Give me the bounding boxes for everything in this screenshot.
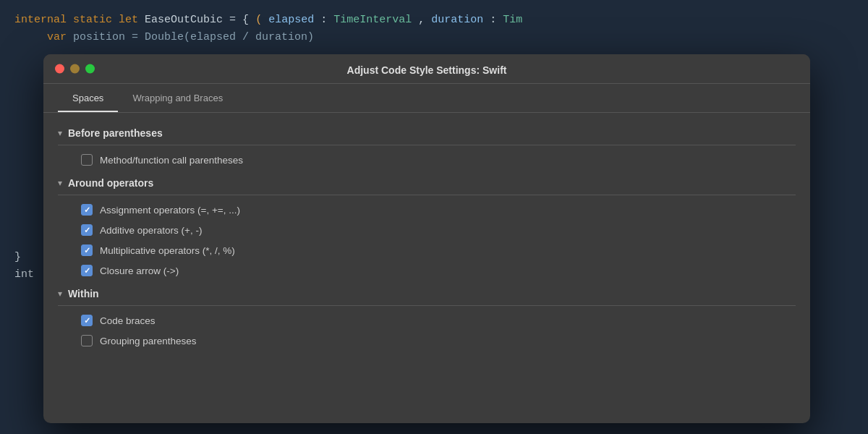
chevron-down-icon: ▾ [58,128,62,138]
section-within-header[interactable]: ▾ Within [43,281,810,304]
method-function-call-row: Method/function call parentheses [43,150,810,170]
chevron-down-icon-2: ▾ [58,178,62,188]
title-bar: Adjust Code Style Settings: Swift [43,54,810,84]
modal-dialog: Adjust Code Style Settings: Swift Spaces… [43,54,810,423]
method-function-call-label: Method/function call parentheses [100,155,243,166]
section-around-operators-header[interactable]: ▾ Around operators [43,170,810,193]
additive-operators-row: Additive operators (+, -) [43,220,810,240]
divider-2 [58,195,796,195]
grouping-parentheses-row: Grouping parentheses [43,331,810,351]
assignment-operators-checkbox[interactable] [81,204,93,216]
code-punctuation: EaseOutCubic = { [145,14,255,26]
multiplicative-operators-checkbox[interactable] [81,244,93,256]
tab-spaces[interactable]: Spaces [58,84,118,112]
minimize-button[interactable] [70,64,80,74]
additive-operators-label: Additive operators (+, -) [100,225,202,236]
code-braces-label: Code braces [100,315,156,326]
maximize-button[interactable] [85,64,95,74]
method-function-call-checkbox[interactable] [81,154,93,166]
tab-wrapping-and-braces[interactable]: Wrapping and Braces [118,84,237,112]
settings-content: ▾ Before parentheses Method/function cal… [43,113,810,409]
chevron-down-icon-3: ▾ [58,289,62,299]
closure-arrow-checkbox[interactable] [81,265,93,276]
assignment-operators-row: Assignment operators (=, +=, ...) [43,200,810,220]
modal-title: Adjust Code Style Settings: Swift [347,64,507,76]
divider-3 [58,305,796,306]
code-braces-row: Code braces [43,310,810,331]
code-braces-checkbox[interactable] [81,315,93,326]
keyword-static: static [73,14,112,26]
keyword-internal: internal [14,14,67,26]
assignment-operators-label: Assignment operators (=, +=, ...) [100,205,240,216]
multiplicative-operators-label: Multiplicative operators (*, /, %) [100,245,235,256]
divider-1 [58,145,796,145]
closure-arrow-row: Closure arrow (->) [43,260,810,281]
section-around-operators-title: Around operators [68,177,153,189]
section-before-parentheses-header[interactable]: ▾ Before parentheses [43,120,810,143]
code-line-2: var position = Double(elapsed / duration… [14,29,854,46]
traffic-lights [55,64,95,74]
additive-operators-checkbox[interactable] [81,224,93,236]
code-line-1: internal static let EaseOutCubic = { ( e… [14,12,854,29]
keyword-let: let [119,14,138,26]
multiplicative-operators-row: Multiplicative operators (*, /, %) [43,240,810,260]
section-before-parentheses-title: Before parentheses [68,127,163,139]
closure-arrow-label: Closure arrow (->) [100,265,179,276]
section-within-title: Within [68,288,99,299]
close-button[interactable] [55,64,64,74]
grouping-parentheses-checkbox[interactable] [81,335,93,346]
paren-open: ( [255,14,262,26]
grouping-parentheses-label: Grouping parentheses [100,336,197,346]
tabs-bar: Spaces Wrapping and Braces [43,84,810,113]
